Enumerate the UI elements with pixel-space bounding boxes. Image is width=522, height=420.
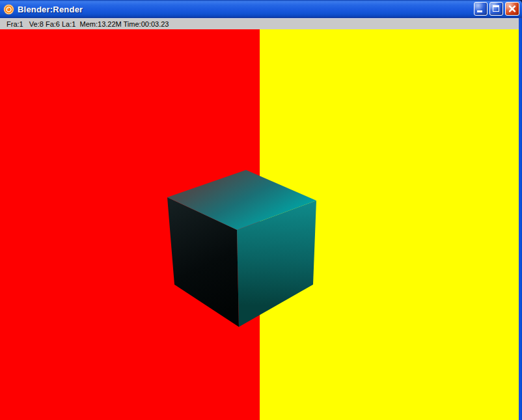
window-right-border [519,18,522,420]
minimize-button[interactable] [474,2,488,16]
blender-logo-icon[interactable] [3,4,14,15]
maximize-button[interactable] [489,2,503,16]
render-background-right [260,29,519,420]
render-stats-text: Fra:1 Ve:8 Fa:6 La:1 Mem:13.22M Time:00:… [7,19,169,29]
window-controls [474,2,519,16]
minimize-icon [477,10,482,12]
render-view [0,29,519,420]
window-title: Blender:Render [18,5,83,14]
render-background-left [0,29,260,420]
maximize-icon [493,5,499,12]
blender-render-window: Blender:Render Fra:1 Ve:8 Fa:6 La:1 Mem:… [0,0,522,420]
render-stats-bar: Fra:1 Ve:8 Fa:6 La:1 Mem:13.22M Time:00:… [0,18,522,29]
close-button[interactable] [505,2,519,16]
titlebar-left-group: Blender:Render [3,0,83,18]
close-icon [508,5,517,13]
titlebar[interactable]: Blender:Render [0,0,522,18]
